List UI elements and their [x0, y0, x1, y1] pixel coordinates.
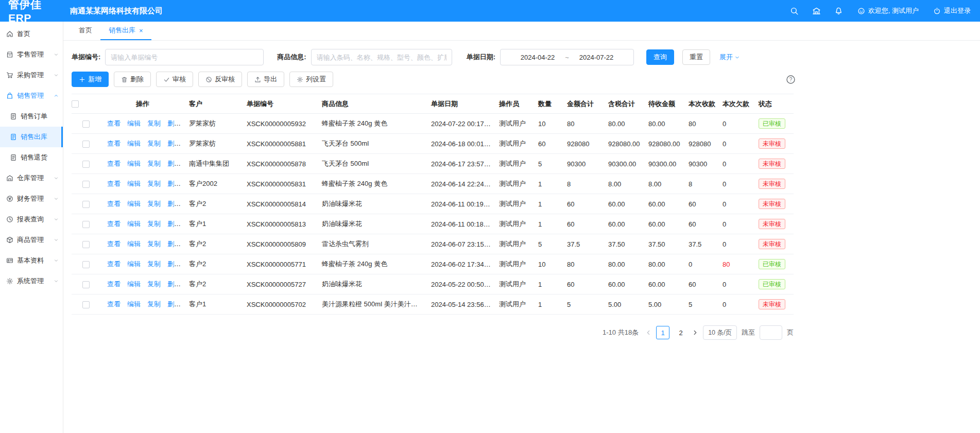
sidebar-item-sales-order[interactable]: 销售订单 [0, 106, 63, 127]
search-icon[interactable] [790, 7, 799, 15]
sidebar-item-retail[interactable]: 零售管理 [0, 44, 63, 65]
audit-button[interactable]: 审核 [156, 72, 193, 87]
page-button-1[interactable]: 1 [656, 326, 669, 339]
row-action-delete[interactable]: 删除 [167, 180, 181, 187]
row-checkbox[interactable] [82, 141, 90, 148]
row-action-delete[interactable]: 删除 [167, 200, 181, 207]
row-checkbox[interactable] [82, 281, 90, 288]
row-action-copy[interactable]: 复制 [147, 180, 161, 187]
chevron-down-icon [54, 176, 59, 181]
row-action-copy[interactable]: 复制 [147, 220, 161, 228]
row-action-view[interactable]: 查看 [107, 280, 121, 288]
row-action-delete[interactable]: 删除 [167, 160, 181, 167]
sidebar-item-sales-outbound[interactable]: 销售出库 [0, 127, 63, 147]
row-action-delete[interactable]: 删除 [167, 140, 181, 147]
cell-receivable: 90300.00 [644, 154, 684, 174]
row-action-edit[interactable]: 编辑 [127, 240, 141, 248]
page-size-select[interactable]: 10 条/页 [703, 325, 737, 340]
cell-qty: 1 [534, 214, 563, 234]
cell-amount: 80 [563, 114, 604, 134]
sidebar-item-sales[interactable]: 销售管理 [0, 85, 63, 106]
row-action-delete[interactable]: 删除 [167, 260, 181, 268]
row-action-view[interactable]: 查看 [107, 260, 121, 268]
row-action-copy[interactable]: 复制 [147, 160, 161, 167]
row-action-delete[interactable]: 删除 [167, 240, 181, 248]
row-action-view[interactable]: 查看 [107, 220, 121, 228]
sidebar-item-goods[interactable]: 商品管理 [0, 230, 63, 250]
row-action-edit[interactable]: 编辑 [127, 300, 141, 308]
logout-button[interactable]: 退出登录 [933, 6, 971, 15]
cell-date: 2024-06-17 23:57:54 [427, 154, 495, 174]
row-checkbox[interactable] [82, 241, 90, 248]
row-action-view[interactable]: 查看 [107, 180, 121, 187]
help-icon[interactable]: ? [786, 75, 796, 84]
product-input[interactable] [311, 49, 452, 65]
row-checkbox[interactable] [82, 221, 90, 228]
date-range-input[interactable]: 2024-04-22 ~ 2024-07-22 [500, 49, 634, 65]
chevron-down-icon [54, 217, 59, 222]
row-checkbox[interactable] [82, 161, 90, 168]
sidebar-item-home[interactable]: 首页 [0, 24, 63, 44]
sidebar-item-finance[interactable]: 财务管理 [0, 188, 63, 209]
sidebar-item-report[interactable]: 报表查询 [0, 209, 63, 230]
row-checkbox[interactable] [82, 301, 90, 308]
row-checkbox[interactable] [82, 120, 90, 128]
row-action-delete[interactable]: 删除 [167, 300, 181, 308]
bill-no-label: 单据编号: [72, 53, 100, 62]
row-action-copy[interactable]: 复制 [147, 280, 161, 288]
row-action-edit[interactable]: 编辑 [127, 160, 141, 167]
bill-no-input[interactable] [105, 49, 264, 65]
row-action-copy[interactable]: 复制 [147, 240, 161, 248]
sidebar-item-purchase[interactable]: 采购管理 [0, 65, 63, 85]
row-action-view[interactable]: 查看 [107, 160, 121, 167]
row-action-view[interactable]: 查看 [107, 140, 121, 147]
jump-page-input[interactable] [760, 325, 782, 340]
export-button[interactable]: 导出 [247, 72, 284, 87]
bell-icon[interactable] [834, 7, 843, 15]
row-action-view[interactable]: 查看 [107, 240, 121, 248]
reset-button[interactable]: 重置 [682, 49, 710, 65]
cell-debt: 0 [718, 295, 754, 315]
row-action-view[interactable]: 查看 [107, 300, 121, 308]
row-action-view[interactable]: 查看 [107, 200, 121, 207]
row-action-edit[interactable]: 编辑 [127, 260, 141, 268]
bank-icon[interactable] [812, 7, 821, 15]
sidebar-item-sales-return[interactable]: 销售退货 [0, 147, 63, 168]
unaudit-button[interactable]: 反审核 [198, 72, 242, 87]
row-action-edit[interactable]: 编辑 [127, 220, 141, 228]
row-action-edit[interactable]: 编辑 [127, 280, 141, 288]
row-checkbox[interactable] [82, 181, 90, 188]
row-checkbox[interactable] [82, 201, 90, 208]
row-action-delete[interactable]: 删除 [167, 119, 181, 127]
row-action-copy[interactable]: 复制 [147, 119, 161, 127]
sidebar-item-warehouse[interactable]: 仓库管理 [0, 168, 63, 188]
tab-sales-outbound[interactable]: 销售出库× [100, 22, 151, 40]
expand-toggle[interactable]: 展开 [719, 53, 740, 62]
column-settings-button[interactable]: 列设置 [289, 72, 333, 87]
row-action-edit[interactable]: 编辑 [127, 140, 141, 147]
add-button[interactable]: 新增 [72, 72, 109, 87]
row-action-copy[interactable]: 复制 [147, 140, 161, 147]
pagination: 1-10 共18条 12 10 条/页 跳至 页 [72, 325, 794, 340]
next-page-button[interactable] [692, 330, 698, 336]
delete-button[interactable]: 删除 [114, 72, 151, 87]
select-all-checkbox[interactable] [72, 100, 79, 108]
row-action-copy[interactable]: 复制 [147, 300, 161, 308]
row-action-copy[interactable]: 复制 [147, 200, 161, 207]
row-action-edit[interactable]: 编辑 [127, 119, 141, 127]
search-button[interactable]: 查询 [646, 49, 674, 65]
row-action-copy[interactable]: 复制 [147, 260, 161, 268]
cell-bill_no: XSCK00000005831 [243, 174, 318, 194]
sidebar-item-basic[interactable]: 基本资料 [0, 250, 63, 271]
row-action-edit[interactable]: 编辑 [127, 180, 141, 187]
tab-close-icon[interactable]: × [139, 27, 143, 34]
tab-home[interactable]: 首页 [71, 22, 100, 40]
row-action-delete[interactable]: 删除 [167, 220, 181, 228]
prev-page-button[interactable] [645, 330, 651, 336]
row-checkbox[interactable] [82, 261, 90, 268]
row-action-view[interactable]: 查看 [107, 119, 121, 127]
sidebar-item-system[interactable]: 系统管理 [0, 271, 63, 291]
row-action-edit[interactable]: 编辑 [127, 200, 141, 207]
page-button-2[interactable]: 2 [674, 326, 687, 339]
row-action-delete[interactable]: 删除 [167, 280, 181, 288]
